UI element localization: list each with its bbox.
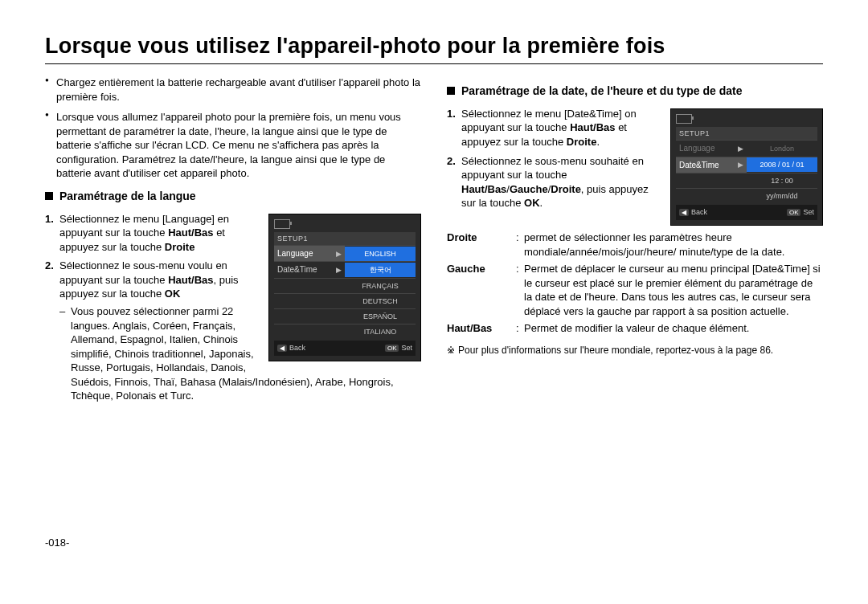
page-title: Lorsque vous utilisez l'appareil-photo p…: [45, 34, 823, 59]
section-heading-text: Paramétrage de la langue: [59, 189, 196, 204]
key-name: Gauche: [510, 183, 548, 195]
section-heading-language: Paramétrage de la langue: [45, 189, 421, 204]
def-row: Haut/Bas : Permet de modifier la valeur …: [447, 321, 823, 336]
def-row: Gauche : Permet de déplacer le curseur a…: [447, 262, 823, 318]
key-name: OK: [165, 288, 181, 300]
language-steps: 1. Sélectionnez le menu [Language] en ap…: [45, 212, 421, 403]
step-text: Sélectionnez le sous-menu souhaité en ap…: [461, 155, 644, 182]
step-item: 1. Sélectionnez le menu [Language] en ap…: [59, 212, 421, 255]
page-number: -018-: [45, 537, 823, 549]
key-definitions: Droite : permet de sélectionner les para…: [447, 231, 823, 336]
intro-item: Chargez entièrement la batterie recharge…: [56, 76, 421, 104]
def-key: Gauche: [447, 262, 516, 318]
note: Pour plus d'informations sur l'heure mon…: [447, 344, 823, 357]
key-name: Haut/Bas: [461, 183, 506, 195]
key-name: Droite: [165, 241, 195, 253]
key-name: Haut/Bas: [570, 121, 615, 133]
key-name: Haut/Bas: [168, 226, 213, 239]
section-heading-text: Paramétrage de la date, de l'heure et du…: [461, 84, 743, 99]
def-key: Droite: [447, 231, 516, 259]
left-column: Chargez entièrement la batterie recharge…: [45, 76, 421, 408]
section-heading-datetime: Paramétrage de la date, de l'heure et du…: [447, 84, 823, 99]
step-item: 2. Sélectionnez le sous-menu souhaité en…: [461, 154, 823, 210]
intro-list: Chargez entièrement la batterie recharge…: [45, 76, 421, 181]
key-name: OK: [524, 197, 540, 209]
step-item: 2. Sélectionnez le sous-menu voulu en ap…: [59, 259, 421, 402]
key-name: Droite: [551, 183, 581, 195]
intro-item: Lorsque vous allumez l'appareil photo po…: [56, 110, 421, 181]
def-row: Droite : permet de sélectionner les para…: [447, 231, 823, 259]
step-text: .: [540, 197, 543, 209]
substep-item: Vous pouvez sélectionner parmi 22 langue…: [71, 304, 421, 403]
datetime-steps: 1. Sélectionnez le menu [Date&Time] on a…: [447, 107, 823, 210]
def-value: permet de sélectionner les paramètres he…: [524, 231, 823, 259]
right-column: Paramétrage de la date, de l'heure et du…: [447, 76, 823, 408]
def-key: Haut/Bas: [447, 321, 516, 336]
def-value: Permet de déplacer le curseur au menu pr…: [524, 262, 823, 318]
step-item: 1. Sélectionnez le menu [Date&Time] on a…: [461, 107, 823, 149]
title-rule: [45, 63, 823, 64]
key-name: Haut/Bas: [168, 274, 213, 286]
step-text: .: [596, 136, 600, 148]
key-name: Droite: [567, 136, 597, 148]
def-value: Permet de modifier la valeur de chaque é…: [524, 321, 749, 336]
